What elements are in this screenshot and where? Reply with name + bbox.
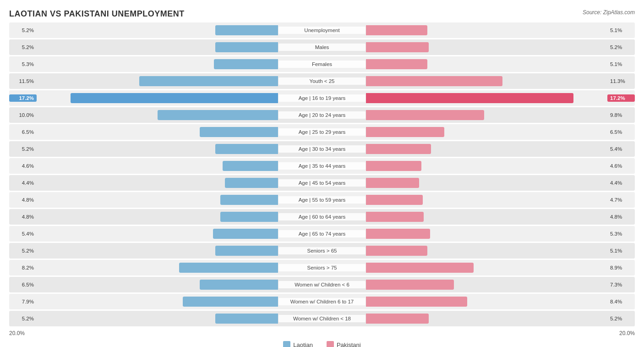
right-bar <box>366 161 421 171</box>
right-bar <box>366 127 444 137</box>
center-label: Age | 45 to 54 years <box>278 179 366 187</box>
right-value: 5.1% <box>607 248 635 253</box>
right-bar-container <box>366 90 607 106</box>
left-bar-container <box>37 90 278 106</box>
right-value: 5.4% <box>607 146 635 152</box>
right-bar <box>366 212 424 222</box>
table-row: 11.5%Youth < 2511.3% <box>9 73 635 89</box>
left-bar <box>213 229 278 239</box>
right-bar <box>366 195 423 205</box>
right-bar <box>366 93 573 103</box>
left-bar-container <box>37 226 278 242</box>
center-label: Males <box>278 44 366 51</box>
left-bar <box>139 76 278 86</box>
left-value: 6.5% <box>9 282 37 287</box>
right-bar-container <box>366 294 607 309</box>
right-bar <box>366 110 484 120</box>
left-value: 4.6% <box>9 163 37 169</box>
left-bar-container <box>37 22 278 38</box>
right-bar-container <box>366 277 607 292</box>
chart-title: LAOTIAN VS PAKISTANI UNEMPLOYMENT <box>9 9 635 19</box>
left-bar <box>179 263 278 273</box>
right-value: 8.4% <box>607 299 635 304</box>
table-row: 4.8%Age | 60 to 64 years4.8% <box>9 209 635 225</box>
left-bar-container <box>37 39 278 55</box>
left-bar-container <box>37 277 278 292</box>
right-value: 8.9% <box>607 265 635 270</box>
table-row: 10.0%Age | 20 to 24 years9.8% <box>9 107 635 123</box>
right-bar-container <box>366 124 607 140</box>
left-bar <box>215 246 278 256</box>
left-bar <box>200 127 278 137</box>
right-bar-container <box>366 39 607 55</box>
left-bar-container <box>37 294 278 309</box>
source-label: Source: ZipAtlas.com <box>583 9 635 16</box>
rows-container: 5.2%Unemployment5.1%5.2%Males5.2%5.3%Fem… <box>9 22 635 326</box>
left-value: 4.4% <box>9 180 37 186</box>
center-label: Age | 16 to 19 years <box>278 94 366 102</box>
right-bar-container <box>366 107 607 123</box>
legend-laotian-box <box>283 341 290 347</box>
left-value: 5.2% <box>9 146 37 152</box>
center-label: Seniors > 75 <box>278 264 366 271</box>
table-row: 6.5%Women w/ Children < 67.3% <box>9 277 635 292</box>
table-row: 8.2%Seniors > 758.9% <box>9 260 635 275</box>
right-bar-container <box>366 141 607 157</box>
left-value: 6.5% <box>9 129 37 135</box>
center-label: Youth < 25 <box>278 77 366 85</box>
right-value: 5.2% <box>607 44 635 50</box>
right-bar-container <box>366 158 607 174</box>
center-label: Women w/ Children 6 to 17 <box>278 298 366 305</box>
left-value: 10.0% <box>9 112 37 118</box>
right-bar-container <box>366 209 607 225</box>
left-bar <box>214 59 278 69</box>
center-label: Seniors > 65 <box>278 247 366 254</box>
center-label: Age | 55 to 59 years <box>278 196 366 204</box>
right-value: 9.8% <box>607 112 635 118</box>
left-bar-container <box>37 192 278 208</box>
legend-pakistani: Pakistani <box>327 341 361 347</box>
left-bar <box>158 110 278 120</box>
right-value: 7.3% <box>607 282 635 287</box>
left-value: 4.8% <box>9 214 37 220</box>
right-value: 5.1% <box>607 28 635 33</box>
right-bar-container <box>366 22 607 38</box>
left-bar <box>223 161 278 171</box>
left-bar <box>200 280 278 290</box>
left-bar-container <box>37 209 278 225</box>
right-bar-container <box>366 226 607 242</box>
left-bar-container <box>37 56 278 72</box>
left-bar-container <box>37 175 278 191</box>
right-bar <box>366 314 429 324</box>
table-row: 5.2%Males5.2% <box>9 39 635 55</box>
center-label: Age | 30 to 34 years <box>278 145 366 153</box>
right-value: 17.2% <box>607 94 635 102</box>
center-label: Unemployment <box>278 27 366 34</box>
left-value: 5.2% <box>9 248 37 253</box>
right-value: 4.4% <box>607 180 635 186</box>
table-row: 17.2%Age | 16 to 19 years17.2% <box>9 90 635 106</box>
table-row: 7.9%Women w/ Children 6 to 178.4% <box>9 294 635 309</box>
legend-laotian-label: Laotian <box>293 341 313 347</box>
right-bar <box>366 297 467 307</box>
left-bar <box>225 178 278 188</box>
center-label: Age | 25 to 29 years <box>278 128 366 136</box>
right-value: 5.1% <box>607 61 635 67</box>
right-bar <box>366 144 431 154</box>
table-row: 6.5%Age | 25 to 29 years6.5% <box>9 124 635 140</box>
right-value: 6.5% <box>607 129 635 135</box>
center-label: Women w/ Children < 18 <box>278 315 366 322</box>
left-value: 5.4% <box>9 231 37 237</box>
right-bar-container <box>366 56 607 72</box>
chart-area: 5.2%Unemployment5.1%5.2%Males5.2%5.3%Fem… <box>9 22 635 347</box>
table-row: 5.2%Unemployment5.1% <box>9 22 635 38</box>
right-bar <box>366 246 427 256</box>
left-value: 11.5% <box>9 78 37 84</box>
right-bar <box>366 263 474 273</box>
right-bar <box>366 59 427 69</box>
table-row: 5.2%Age | 30 to 34 years5.4% <box>9 141 635 157</box>
left-bar-container <box>37 73 278 89</box>
legend-pakistani-box <box>327 341 334 347</box>
left-bar-container <box>37 311 278 326</box>
right-bar-container <box>366 243 607 259</box>
